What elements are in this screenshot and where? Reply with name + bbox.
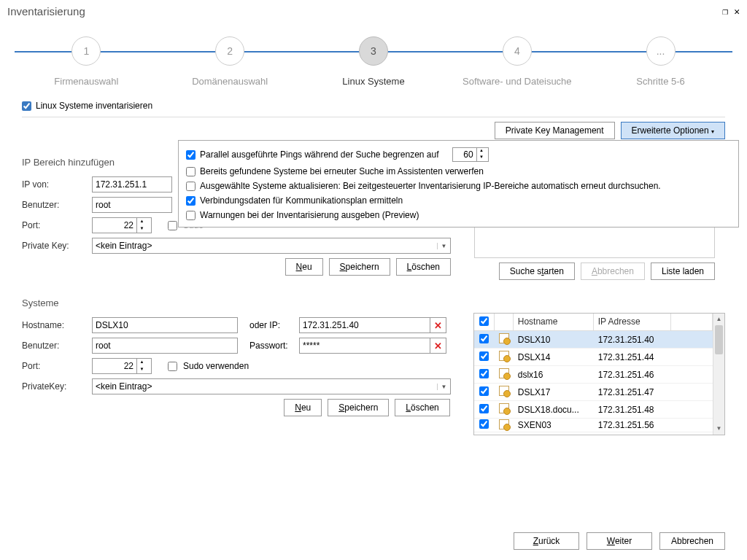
opt-update-selected-label: Ausgewählte Systeme aktualisieren: Bei z… [200, 181, 661, 191]
next-button[interactable]: Weiter [587, 532, 652, 550]
row-checkbox[interactable] [479, 351, 489, 361]
titlebar: Inventarisierung ❐ ✕ [0, 0, 747, 22]
table-row[interactable]: DSLX18.docu... 172.31.251.48 [474, 401, 713, 419]
ip-port-input[interactable]: ▲▼ [92, 217, 152, 233]
ip-from-input[interactable] [92, 176, 172, 192]
password-input-group: ✕ [299, 338, 446, 354]
opt-warnings-checkbox[interactable] [186, 211, 196, 220]
system-icon [499, 386, 509, 396]
spin-up-icon[interactable]: ▲ [137, 359, 147, 366]
password-input[interactable] [299, 338, 430, 354]
ip-sudo-checkbox[interactable] [168, 221, 177, 230]
load-list-button[interactable]: Liste laden [651, 262, 715, 280]
inventory-linux-label: Linux Systeme inventarisieren [36, 101, 152, 111]
hostname-label: Hostname: [22, 320, 86, 330]
ip-user-input[interactable] [92, 197, 172, 213]
sys-delete-button[interactable]: Löschen [395, 399, 449, 416]
system-icon [499, 333, 509, 343]
system-icon [499, 403, 509, 413]
opt-parallel-pings-label: Parallel ausgeführte Pings während der S… [200, 149, 439, 160]
sys-port-label: Port: [22, 361, 86, 371]
step-1[interactable]: 1 Firmenauswahl [20, 36, 152, 87]
spin-down-icon[interactable]: ▼ [137, 225, 147, 233]
extended-options-button[interactable]: Erweiterte Optionen ▾ [621, 122, 725, 139]
search-start-button[interactable]: Suche starten [499, 262, 575, 280]
row-checkbox[interactable] [479, 419, 489, 429]
or-ip-input[interactable] [299, 317, 430, 333]
systems-title: Systeme [22, 298, 725, 308]
col-ip[interactable]: IP Adresse [594, 314, 671, 330]
table-row[interactable]: DSLX10 172.31.251.40 [474, 331, 713, 349]
table-row[interactable]: SXEN03 172.31.251.56 [474, 419, 713, 432]
window-title: Inventarisierung [7, 5, 85, 18]
opt-discard-found-label: Bereits gefundene Systeme bei erneuter S… [200, 166, 484, 176]
or-ip-input-group: ✕ [299, 317, 446, 333]
inventory-linux-checkbox[interactable] [22, 101, 31, 111]
sys-pk-label: PrivateKey: [22, 381, 86, 392]
step-4[interactable]: 4 Software- und Dateisuche [452, 36, 583, 87]
sys-port-input[interactable]: ▲▼ [92, 358, 152, 374]
spin-up-icon[interactable]: ▲ [476, 148, 487, 155]
system-icon [499, 351, 509, 361]
scroll-thumb[interactable] [715, 325, 723, 354]
ip-pk-label: Private Key: [22, 241, 86, 251]
table-row[interactable]: dslx16 172.31.251.46 [474, 366, 713, 384]
scroll-down-icon[interactable]: ▼ [713, 423, 724, 435]
table-row[interactable]: DSLX14 172.31.251.44 [474, 349, 713, 366]
system-icon [499, 368, 509, 378]
sys-user-label: Benutzer: [22, 341, 86, 351]
back-button[interactable]: Zurück [514, 532, 579, 550]
extended-options-panel: Parallel ausgeführte Pings während der S… [178, 140, 739, 228]
maximize-icon[interactable]: ❐ [722, 6, 728, 17]
ip-pk-select[interactable]: <kein Eintrag> ▼ [92, 238, 451, 254]
spin-up-icon[interactable]: ▲ [137, 218, 147, 225]
sys-new-button[interactable]: Neu [284, 399, 322, 416]
spin-down-icon[interactable]: ▼ [476, 155, 487, 161]
ip-port-label: Port: [22, 220, 86, 230]
ip-user-label: Benutzer: [22, 200, 86, 210]
hostname-input[interactable] [92, 317, 238, 333]
table-scrollbar[interactable]: ▲ ▼ [713, 314, 724, 435]
sys-user-input[interactable] [92, 338, 238, 354]
ip-save-button[interactable]: Speichern [329, 258, 390, 276]
step-3[interactable]: 3 Linux Systeme [308, 36, 439, 87]
step-2[interactable]: 2 Domänenauswahl [164, 36, 295, 87]
opt-parallel-pings-checkbox[interactable] [186, 150, 196, 160]
cancel-button[interactable]: Abbrechen [659, 532, 725, 550]
search-cancel-button: Abbrechen [581, 262, 645, 280]
clear-ip-button[interactable]: ✕ [430, 317, 446, 333]
sys-save-button[interactable]: Speichern [328, 399, 389, 416]
opt-warnings-label: Warnungen bei der Inventarisierung ausge… [200, 210, 419, 220]
col-hostname[interactable]: Hostname [514, 314, 594, 330]
opt-discard-found-checkbox[interactable] [186, 167, 196, 176]
wizard-steps: 1 Firmenauswahl 2 Domänenauswahl 3 Linux… [15, 29, 732, 88]
opt-parallel-pings-value[interactable]: ▲▼ [452, 147, 489, 162]
sys-sudo-label: Sudo verwenden [183, 361, 249, 371]
chevron-down-icon: ▾ [711, 128, 714, 135]
private-key-mgmt-button[interactable]: Private Key Management [495, 122, 615, 139]
ip-from-label: IP von: [22, 179, 86, 190]
row-checkbox[interactable] [479, 334, 489, 343]
password-label: Passwort: [249, 341, 293, 351]
chevron-down-icon[interactable]: ▼ [437, 243, 450, 249]
close-icon[interactable]: ✕ [734, 6, 740, 17]
step-more[interactable]: ... Schritte 5-6 [595, 36, 727, 87]
ip-new-button[interactable]: Neu [285, 258, 323, 276]
table-row[interactable]: DSLX17 172.31.251.47 [474, 384, 713, 401]
clear-password-button[interactable]: ✕ [430, 338, 446, 354]
or-ip-label: oder IP: [249, 320, 293, 330]
systems-table: Hostname IP Adresse DSLX10 172.31.251.40… [473, 313, 725, 435]
chevron-down-icon[interactable]: ▼ [437, 384, 450, 390]
opt-update-selected-checkbox[interactable] [186, 182, 196, 191]
scroll-up-icon[interactable]: ▲ [713, 314, 724, 325]
row-checkbox[interactable] [479, 404, 489, 413]
sys-pk-select[interactable]: <kein Eintrag> ▼ [92, 378, 451, 394]
ip-delete-button[interactable]: Löschen [396, 258, 451, 276]
sys-sudo-checkbox[interactable] [168, 362, 177, 371]
opt-comm-plan-checkbox[interactable] [186, 196, 196, 206]
spin-down-icon[interactable]: ▼ [137, 366, 147, 373]
row-checkbox[interactable] [479, 386, 489, 396]
select-all-checkbox[interactable] [479, 316, 489, 326]
system-icon [499, 419, 509, 429]
row-checkbox[interactable] [479, 369, 489, 378]
